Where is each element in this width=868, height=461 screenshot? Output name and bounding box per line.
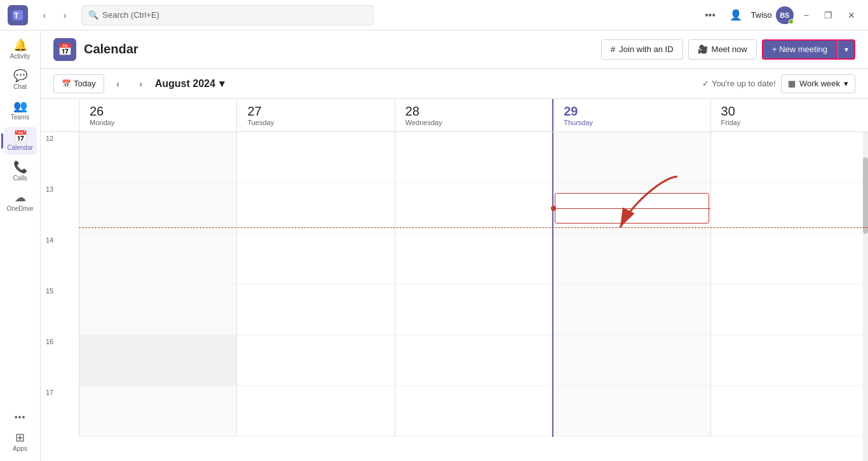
hour-cell-wed-17[interactable]: [395, 386, 552, 437]
more-options-button[interactable]: •••: [700, 5, 721, 25]
calendar-page-icon: 📅: [53, 38, 76, 61]
day-header-mon: 26 Monday: [79, 99, 236, 131]
calendar-icon: 📅: [13, 131, 27, 142]
svg-text:T: T: [14, 11, 19, 20]
hour-cell-mon-17[interactable]: [79, 386, 236, 437]
day-name-thu: Thursday: [564, 119, 700, 126]
calendar-nav: 📅 Today ‹ › August 2024 ▾ ✓ You're up to…: [41, 69, 868, 99]
day-header-tue: 27 Tuesday: [236, 99, 394, 131]
hour-cell-wed-14[interactable]: [395, 234, 552, 284]
check-icon: ✓: [702, 79, 709, 88]
activity-icon: 🔔: [13, 39, 27, 51]
sidebar-item-chat[interactable]: 💬 Chat: [4, 66, 37, 94]
chat-icon: 💬: [13, 70, 27, 81]
day-col-thursday[interactable]: [552, 132, 710, 437]
calendar-actions: # Join with an ID 🎥 Meet now + New meeti…: [601, 39, 855, 60]
maximize-button[interactable]: ❐: [819, 8, 837, 23]
hour-cell-thu-17[interactable]: [553, 386, 710, 437]
avatar: BS: [776, 6, 794, 24]
sidebar-item-apps[interactable]: ⊞ Apps: [4, 428, 37, 456]
hour-cell-wed-12[interactable]: [395, 132, 552, 183]
username: Twiso: [751, 10, 772, 20]
time-12: 12: [41, 132, 79, 183]
title-bar-right: ••• 👤 Twiso BS − ❐ ✕: [700, 5, 860, 25]
sidebar-item-teams[interactable]: 👥 Teams: [4, 97, 37, 124]
hour-cell-wed-15[interactable]: [395, 284, 552, 335]
day-col-monday[interactable]: [79, 132, 236, 437]
hour-cell-tue-13[interactable]: [237, 183, 394, 234]
profile-button[interactable]: 👤: [726, 5, 746, 25]
time-17: 17: [41, 386, 79, 437]
days-header: 26 Monday 27 Tuesday 28 Wednesday 29 Thu…: [41, 99, 868, 132]
today-button[interactable]: 📅 Today: [53, 74, 104, 93]
hour-cell-mon-15[interactable]: [79, 284, 236, 335]
scrollbar-track[interactable]: [863, 132, 868, 461]
main-layout: 🔔 Activity 💬 Chat 👥 Teams 📅 Calendar 📞 C…: [0, 30, 868, 461]
search-bar[interactable]: 🔍 Search (Ctrl+E): [81, 5, 374, 25]
day-num-30: 30: [721, 104, 858, 119]
new-meeting-button[interactable]: + New meeting: [762, 39, 837, 60]
day-col-tuesday[interactable]: [236, 132, 394, 437]
today-calendar-icon: 📅: [62, 79, 71, 88]
day-col-wednesday[interactable]: [395, 132, 552, 437]
hour-cell-fri-14[interactable]: [711, 234, 868, 284]
chevron-down-icon: ▾: [219, 77, 224, 90]
day-num-26: 26: [90, 104, 226, 119]
day-col-friday[interactable]: [710, 132, 868, 437]
hour-cell-thu-14[interactable]: [553, 234, 710, 284]
sidebar-item-calls[interactable]: 📞 Calls: [4, 157, 37, 185]
time-column: 12 13 14 15 16 17: [41, 132, 79, 437]
hour-cell-thu-13[interactable]: [553, 183, 710, 234]
time-14: 14: [41, 234, 79, 284]
sidebar-item-more[interactable]: •••: [4, 409, 37, 425]
sidebar-item-onedrive[interactable]: ☁ OneDrive: [4, 188, 37, 216]
time-16: 16: [41, 335, 79, 386]
hour-cell-tue-17[interactable]: [237, 386, 394, 437]
scrollbar-thumb[interactable]: [863, 157, 868, 234]
month-year-title[interactable]: August 2024 ▾: [155, 77, 224, 90]
prev-week-button[interactable]: ‹: [109, 75, 127, 93]
nav-forward-button[interactable]: ›: [56, 6, 74, 24]
sidebar-item-calendar[interactable]: 📅 Calendar: [4, 127, 37, 155]
hour-cell-thu-15[interactable]: [553, 284, 710, 335]
hour-cell-tue-15[interactable]: [237, 284, 394, 335]
sidebar-label-apps: Apps: [13, 445, 27, 452]
hour-cell-mon-12[interactable]: [79, 132, 236, 183]
hour-cell-fri-13[interactable]: [711, 183, 868, 234]
nav-back-button[interactable]: ‹: [36, 6, 53, 24]
minimize-button[interactable]: −: [799, 8, 814, 23]
sidebar-label-onedrive: OneDrive: [6, 205, 33, 212]
hour-cell-tue-14[interactable]: [237, 234, 394, 284]
calendar-scroll-area[interactable]: 12 13 14 15 16 17: [41, 132, 868, 461]
hour-cell-fri-12[interactable]: [711, 132, 868, 183]
hour-cell-thu-12[interactable]: [553, 132, 710, 183]
hour-cell-fri-15[interactable]: [711, 284, 868, 335]
calendar-body: 12 13 14 15 16 17: [41, 132, 868, 437]
nav-buttons: ‹ ›: [36, 6, 74, 24]
join-with-id-button[interactable]: # Join with an ID: [601, 39, 683, 60]
hour-cell-tue-12[interactable]: [237, 132, 394, 183]
chevron-down-icon: ▾: [844, 45, 848, 54]
day-header-fri: 30 Friday: [710, 99, 868, 131]
hour-cell-mon-16[interactable]: [79, 335, 236, 386]
hour-cell-wed-16[interactable]: [395, 335, 552, 386]
onedrive-icon: ☁: [15, 192, 26, 203]
hour-cell-fri-16[interactable]: [711, 335, 868, 386]
hour-cell-mon-14[interactable]: [79, 234, 236, 284]
hour-cell-wed-13[interactable]: [395, 183, 552, 234]
app-logo: T: [8, 5, 28, 25]
close-button[interactable]: ✕: [843, 8, 860, 23]
view-select[interactable]: ▦ Work week ▾: [781, 74, 855, 93]
sidebar-item-activity[interactable]: 🔔 Activity: [4, 36, 37, 63]
hash-icon: #: [611, 44, 615, 54]
hour-cell-fri-17[interactable]: [711, 386, 868, 437]
hour-cell-tue-16[interactable]: [237, 335, 394, 386]
hour-cell-thu-16[interactable]: [553, 335, 710, 386]
new-meeting-dropdown-button[interactable]: ▾: [837, 39, 855, 60]
next-week-button[interactable]: ›: [132, 75, 150, 93]
meet-now-button[interactable]: 🎥 Meet now: [688, 39, 757, 60]
day-name-fri: Friday: [721, 119, 858, 126]
more-icon: •••: [15, 413, 26, 422]
hour-cell-mon-13[interactable]: [79, 183, 236, 234]
search-icon: 🔍: [88, 10, 98, 20]
